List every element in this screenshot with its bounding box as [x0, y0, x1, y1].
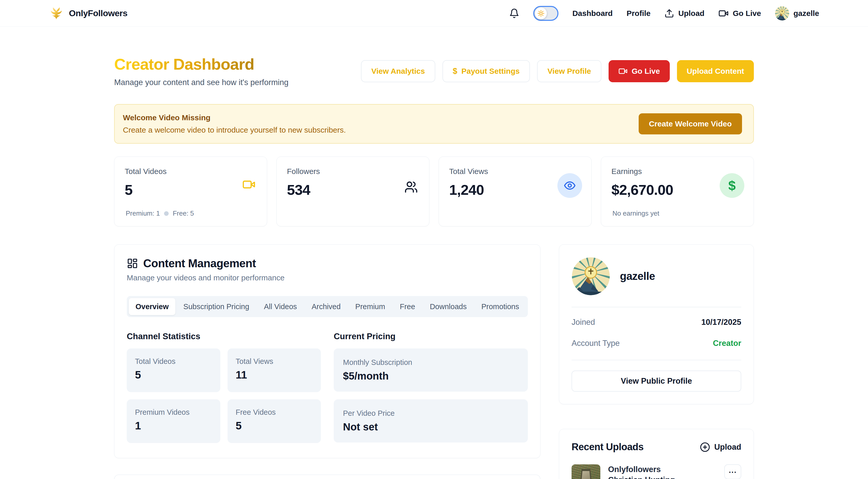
- recent-uploads-header: Recent Uploads Upload: [571, 442, 741, 452]
- nav-go-live[interactable]: Go Live: [718, 8, 761, 19]
- content-management-header: Content Management: [127, 257, 528, 270]
- stat-cell-total-videos: Total Videos 5: [127, 348, 220, 392]
- divider: [571, 360, 741, 360]
- pricing-cells: Monthly Subscription $5/month Per Video …: [334, 348, 528, 443]
- channel-statistics-grid: Total Videos 5 Total Views 11 Premium Vi…: [127, 348, 321, 443]
- tab-promotions[interactable]: Promotions: [475, 298, 526, 315]
- tab-archived[interactable]: Archived: [305, 298, 347, 315]
- tab-overview[interactable]: Overview: [129, 298, 175, 315]
- view-public-profile-button[interactable]: View Public Profile: [571, 371, 741, 392]
- stats-row: Total Videos 5 Premium: 1 Free: 5 Follow…: [114, 157, 754, 226]
- phoenix-logo-icon: [49, 6, 64, 21]
- stat-card-total-views: Total Views 1,240: [439, 157, 592, 226]
- video-camera-icon: [242, 178, 255, 191]
- hero-text: Creator Dashboard Manage your content an…: [114, 55, 288, 87]
- dollar-icon: $: [720, 173, 744, 198]
- page-subtitle: Manage your content and see how it's per…: [114, 78, 288, 87]
- profile-username: gazelle: [620, 270, 655, 282]
- nav-dashboard-label: Dashboard: [572, 9, 613, 18]
- banner-text: Welcome Video Missing Create a welcome v…: [123, 113, 346, 134]
- stat-label: Total Videos: [125, 167, 257, 176]
- stat-label: Total Views: [449, 167, 581, 176]
- nav-profile[interactable]: Profile: [627, 9, 650, 18]
- upload-list-item[interactable]: Onlyfollowers Christian Hunting Harvest …: [571, 465, 741, 479]
- cell-label: Premium Videos: [135, 408, 212, 417]
- view-profile-button[interactable]: View Profile: [537, 60, 601, 82]
- more-options-button[interactable]: ...: [724, 465, 741, 479]
- premium-count: Premium: 1: [126, 210, 160, 217]
- nav-dashboard[interactable]: Dashboard: [572, 9, 613, 18]
- notifications-bell-icon[interactable]: [509, 8, 519, 19]
- dollar-icon: $: [453, 66, 457, 76]
- hero-actions: View Analytics $ Payout Settings View Pr…: [361, 60, 754, 82]
- go-live-button[interactable]: Go Live: [609, 60, 670, 82]
- tab-all-videos[interactable]: All Videos: [257, 298, 303, 315]
- stat-cell-free-videos: Free Videos 5: [227, 400, 321, 443]
- nav-upload[interactable]: Upload: [664, 8, 705, 18]
- stat-cell-total-views: Total Views 11: [227, 348, 321, 392]
- cell-label: Monthly Subscription: [343, 358, 519, 367]
- brand-block: OnlyFollowers: [49, 6, 127, 21]
- content-management-subtitle: Manage your videos and monitor performan…: [127, 274, 528, 282]
- nav-go-live-label: Go Live: [733, 9, 761, 18]
- users-icon: [404, 181, 418, 194]
- eye-icon: [557, 173, 582, 198]
- payout-settings-button[interactable]: $ Payout Settings: [442, 60, 530, 82]
- current-pricing-section: Current Pricing Monthly Subscription $5/…: [334, 331, 528, 443]
- stat-card-total-videos: Total Videos 5 Premium: 1 Free: 5: [114, 157, 267, 226]
- next-section-card-partial: [114, 475, 540, 479]
- plus-circle-icon: [700, 442, 710, 452]
- cell-label: Total Videos: [135, 357, 212, 366]
- overview-panel: Channel Statistics Total Videos 5 Total …: [127, 331, 528, 443]
- nav-username: gazelle: [794, 9, 819, 18]
- tab-subscription-pricing[interactable]: Subscription Pricing: [177, 298, 256, 315]
- cell-value: 11: [236, 369, 313, 381]
- banner-message: Create a welcome video to introduce your…: [123, 126, 346, 134]
- page-title: Creator Dashboard: [114, 55, 254, 73]
- user-menu[interactable]: gazelle: [775, 6, 819, 21]
- cell-label: Total Views: [236, 357, 313, 366]
- hero-section: Creator Dashboard Manage your content an…: [114, 55, 754, 87]
- video-thumbnail: [571, 465, 600, 479]
- avatar: [775, 6, 789, 21]
- stat-cell-premium-videos: Premium Videos 1: [127, 400, 220, 443]
- upload-button[interactable]: Upload: [700, 442, 741, 452]
- per-video-price-cell: Per Video Price Not set: [334, 400, 528, 443]
- upload-icon: [664, 8, 674, 18]
- separator-dot-icon: [164, 211, 169, 216]
- channel-statistics-section: Channel Statistics Total Videos 5 Total …: [127, 331, 321, 443]
- sun-icon: [535, 7, 547, 19]
- account-type-value: Creator: [713, 339, 741, 348]
- tab-premium[interactable]: Premium: [349, 298, 392, 315]
- right-sidebar: gazelle Joined 10/17/2025 Account Type C…: [559, 244, 754, 479]
- upload-info: Onlyfollowers Christian Hunting Harvest …: [608, 465, 717, 479]
- tab-free[interactable]: Free: [393, 298, 422, 315]
- payout-settings-label: Payout Settings: [461, 67, 520, 75]
- video-camera-icon: [718, 8, 728, 19]
- joined-row: Joined 10/17/2025: [571, 318, 741, 327]
- profile-header: gazelle: [571, 257, 741, 295]
- main-content: Creator Dashboard Manage your content an…: [114, 55, 754, 479]
- create-welcome-video-button[interactable]: Create Welcome Video: [639, 113, 742, 134]
- theme-toggle[interactable]: [533, 6, 558, 21]
- stat-card-followers: Followers 534: [276, 157, 429, 226]
- account-type-label: Account Type: [571, 339, 620, 348]
- nav-upload-label: Upload: [678, 9, 705, 18]
- content-tabs: Overview Subscription Pricing All Videos…: [127, 296, 528, 317]
- view-analytics-button[interactable]: View Analytics: [361, 60, 435, 82]
- content-management-card: Content Management Manage your videos an…: [114, 244, 540, 458]
- recent-uploads-title: Recent Uploads: [571, 442, 644, 452]
- stat-value: 5: [125, 182, 257, 198]
- view-profile-label: View Profile: [547, 67, 591, 75]
- cell-value: 5: [236, 420, 313, 432]
- divider: [571, 307, 741, 307]
- tab-downloads[interactable]: Downloads: [423, 298, 473, 315]
- upload-content-label: Upload Content: [687, 67, 744, 75]
- nav-profile-label: Profile: [627, 9, 650, 18]
- monthly-subscription-cell: Monthly Subscription $5/month: [334, 348, 528, 392]
- cell-label: Per Video Price: [343, 409, 519, 418]
- stat-card-earnings: Earnings $2,670.00 $ No earnings yet: [601, 157, 754, 226]
- upload-content-button[interactable]: Upload Content: [677, 60, 754, 82]
- video-camera-icon: [618, 67, 628, 76]
- cell-value: 1: [135, 420, 212, 432]
